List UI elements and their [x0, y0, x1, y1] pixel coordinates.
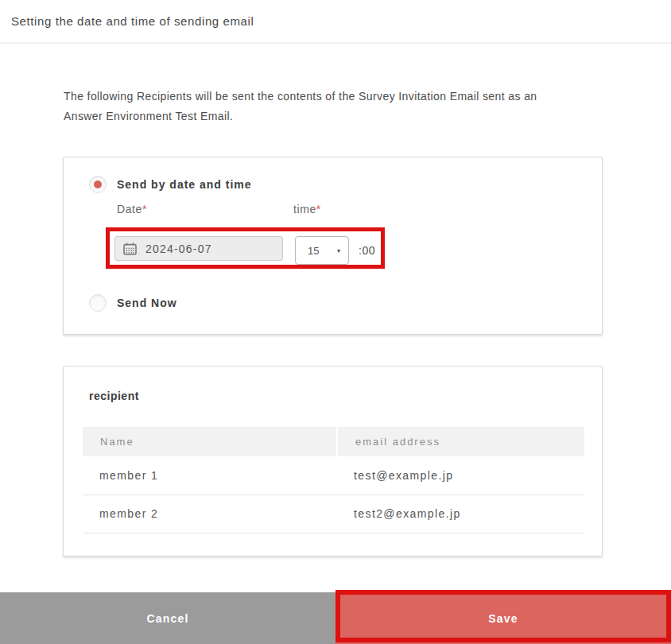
- date-input[interactable]: 2024-06-07: [114, 236, 283, 261]
- required-marker: *: [142, 203, 147, 215]
- recipient-card: recipient Name email address member 1 te…: [63, 366, 603, 557]
- option-send-now[interactable]: Send Now: [89, 294, 177, 312]
- recipient-table: Name email address member 1 test@example…: [83, 427, 584, 533]
- hour-select[interactable]: 15 ▾: [295, 236, 349, 265]
- date-value: 2024-06-07: [145, 242, 212, 255]
- minute-suffix: :00: [359, 236, 375, 265]
- table-header-row: Name email address: [83, 427, 584, 456]
- chevron-down-icon: ▾: [337, 247, 340, 254]
- recipient-card-title: recipient: [89, 390, 139, 402]
- date-field-label: Date*: [117, 203, 147, 215]
- recipient-name: member 2: [83, 495, 337, 533]
- send-schedule-card: Send by date and time Date* time* 2024-0…: [63, 157, 603, 335]
- option-send-by-date[interactable]: Send by date and time: [89, 176, 252, 193]
- cancel-button[interactable]: Cancel: [0, 592, 336, 644]
- radio-selected-dot: [94, 180, 102, 188]
- option-send-now-label: Send Now: [117, 297, 177, 309]
- modal-send-schedule: Setting the date and time of sending ema…: [0, 0, 671, 644]
- description-line: Answer Environment Test Email.: [64, 107, 604, 126]
- recipient-email: test2@example.jp: [337, 495, 584, 533]
- option-send-by-date-label: Send by date and time: [117, 178, 252, 191]
- column-header-name: Name: [83, 427, 337, 456]
- table-row: member 1 test@example.jp: [83, 456, 584, 495]
- radio-send-now[interactable]: [89, 294, 107, 312]
- description-line: The following Recipients will be sent th…: [64, 87, 604, 107]
- required-marker: *: [316, 203, 321, 215]
- calendar-icon: [123, 242, 137, 255]
- time-field-label: time*: [293, 203, 321, 215]
- footer-actions: Cancel Save: [0, 592, 671, 644]
- page-header: Setting the date and time of sending ema…: [0, 0, 671, 44]
- save-button[interactable]: Save: [336, 592, 671, 644]
- table-row: member 2 test2@example.jp: [83, 495, 584, 533]
- radio-send-by-date[interactable]: [89, 176, 107, 193]
- recipient-name: member 1: [83, 456, 337, 495]
- page-title: Setting the date and time of sending ema…: [11, 14, 254, 28]
- hour-value: 15: [308, 245, 319, 257]
- recipient-email: test@example.jp: [337, 456, 584, 495]
- column-header-email: email address: [337, 427, 584, 456]
- description: The following Recipients will be sent th…: [64, 87, 604, 126]
